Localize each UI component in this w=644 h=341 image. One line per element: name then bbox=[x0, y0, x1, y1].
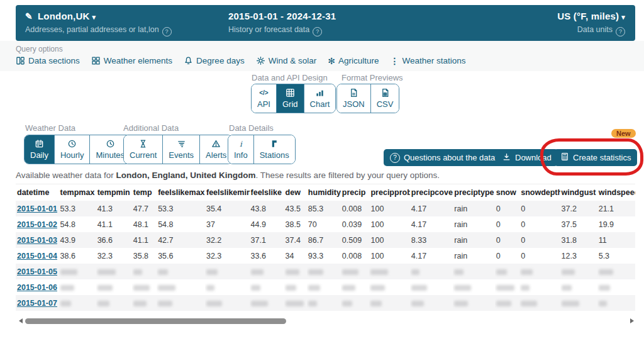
location-block: ✎London,UK▾ Addresses, partial addresses… bbox=[25, 11, 172, 36]
table-row: 2015-01-0343.936.641.142.732.237.137.486… bbox=[16, 232, 635, 248]
column-header-windspeed: windspeed bbox=[597, 184, 635, 201]
query-option-agriculture[interactable]: ✻Agriculture bbox=[328, 56, 379, 65]
cell-value: 35.8 bbox=[132, 248, 157, 264]
cell-value: rain bbox=[453, 248, 494, 264]
calculator-icon bbox=[560, 152, 569, 163]
format-button-group: JSONCSV bbox=[336, 84, 399, 113]
cell-value: 0 bbox=[519, 248, 560, 264]
blurred-value bbox=[521, 269, 533, 275]
column-header-tempmin: tempmin bbox=[96, 184, 132, 201]
cell-value: 0 bbox=[495, 216, 519, 232]
data-details-stations-button[interactable]: Stations bbox=[253, 135, 295, 164]
results-location: London, England, United Kingdom bbox=[116, 170, 256, 180]
column-header-feelslikemax: feelslikemax bbox=[157, 184, 205, 201]
blurred-value bbox=[97, 269, 116, 275]
blurred-value bbox=[286, 301, 304, 306]
sun-icon bbox=[256, 56, 265, 65]
cell-value: 93.3 bbox=[307, 248, 341, 264]
blurred-value bbox=[158, 285, 175, 291]
help-icon[interactable]: ? bbox=[162, 27, 172, 36]
location-label: London,UK bbox=[38, 11, 90, 21]
date-link[interactable]: 2015-01-05 bbox=[17, 267, 57, 276]
blurred-value bbox=[206, 285, 214, 291]
cell-value: 12.3 bbox=[560, 248, 597, 264]
query-option-data-sections[interactable]: Data sections bbox=[16, 56, 80, 65]
cell-value: 4.17 bbox=[410, 248, 453, 264]
blurred-value bbox=[562, 301, 579, 306]
cell-value: 37.4 bbox=[284, 232, 307, 248]
download-icon bbox=[502, 152, 511, 164]
blurred-value bbox=[308, 269, 323, 275]
additional-data-current-button[interactable]: Current bbox=[124, 135, 162, 164]
format-json-button[interactable]: JSON bbox=[337, 84, 370, 113]
caret-down-icon: ▾ bbox=[621, 13, 625, 21]
date-link[interactable]: 2015-01-03 bbox=[17, 236, 57, 245]
cell-value: 0 bbox=[495, 201, 519, 216]
blurred-value bbox=[370, 269, 388, 275]
data-details-info-button[interactable]: iInfo bbox=[228, 135, 253, 164]
column-header-tempmax: tempmax bbox=[59, 184, 96, 201]
query-option-degree-days[interactable]: Degree days bbox=[184, 56, 245, 65]
data-details-button-group: iInfoStations bbox=[228, 135, 296, 164]
date-range-block: 2015-01-01 - 2024-12-31 History or forec… bbox=[228, 11, 336, 36]
weather-data-hourly-button[interactable]: Hourly bbox=[54, 135, 90, 164]
table-row: 2015-01-0153.341.347.753.335.443.843.585… bbox=[16, 201, 635, 216]
location-selector[interactable]: ✎London,UK▾ bbox=[25, 11, 172, 21]
cell-value: 100 bbox=[369, 248, 409, 264]
cell-value: 32.2 bbox=[205, 232, 250, 248]
date-link[interactable]: 2015-01-01 bbox=[17, 204, 57, 213]
query-option-weather-elements[interactable]: Weather elements bbox=[91, 56, 172, 65]
blurred-value bbox=[411, 285, 427, 291]
bell-icon bbox=[184, 56, 193, 65]
column-header-snowdepth: snowdepth bbox=[519, 184, 560, 201]
design-grid-button[interactable]: Grid bbox=[276, 84, 304, 113]
scroll-right-icon[interactable] bbox=[630, 318, 634, 323]
blurred-value bbox=[496, 285, 514, 291]
cell-value: 0 bbox=[495, 232, 519, 248]
column-header-precipcover: precipcover bbox=[410, 184, 453, 201]
blurred-value bbox=[496, 301, 511, 306]
tornado-icon bbox=[177, 139, 186, 148]
help-icon[interactable]: ? bbox=[616, 27, 625, 36]
blurred-value bbox=[411, 301, 424, 306]
data-details-label: Data Details bbox=[229, 123, 274, 133]
clock-icon bbox=[67, 139, 77, 148]
cell-value: 0 bbox=[519, 201, 560, 216]
date-link[interactable]: 2015-01-06 bbox=[17, 283, 57, 292]
table-row: 2015-01-0254.841.148.154.83744.938.5700.… bbox=[16, 216, 635, 232]
cell-value: 21.1 bbox=[597, 201, 635, 216]
questions-button[interactable]: ? Questions about the data? bbox=[384, 149, 506, 166]
column-header-feelslikemin: feelslikemin bbox=[205, 184, 250, 201]
weather-data-daily-button[interactable]: Daily bbox=[25, 135, 54, 164]
dots-vertical-icon: ⋮ bbox=[390, 57, 399, 65]
cell-value: 0.509 bbox=[341, 232, 370, 248]
format-csv-button[interactable]: CSV bbox=[370, 84, 399, 113]
scroll-left-icon[interactable] bbox=[19, 318, 23, 323]
units-selector[interactable]: US (°F, miles)▾ bbox=[557, 11, 625, 21]
blurred-value bbox=[206, 269, 218, 275]
cell-value: 31.8 bbox=[560, 232, 597, 248]
date-range-selector[interactable]: 2015-01-01 - 2024-12-31 bbox=[228, 11, 336, 21]
query-option-wind-solar[interactable]: Wind & solar bbox=[256, 56, 317, 65]
download-button[interactable]: Download bbox=[496, 149, 558, 166]
design-api-button[interactable]: </>API bbox=[252, 84, 276, 113]
cell-value: 38.5 bbox=[284, 216, 307, 232]
blurred-value bbox=[342, 269, 358, 275]
help-icon[interactable]: ? bbox=[313, 27, 322, 36]
caret-down-icon: ▾ bbox=[92, 13, 96, 21]
date-link[interactable]: 2015-01-04 bbox=[17, 252, 57, 260]
calendar-icon bbox=[35, 139, 44, 148]
additional-data-events-button[interactable]: Events bbox=[162, 135, 199, 164]
cell-value: 32.3 bbox=[96, 248, 132, 264]
cell-value: 37.1 bbox=[250, 232, 284, 248]
design-chart-button[interactable]: Chart bbox=[304, 84, 336, 113]
column-header-dew: dew bbox=[284, 184, 307, 201]
date-link[interactable]: 2015-01-02 bbox=[17, 220, 57, 229]
create-statistics-button[interactable]: Create statistics bbox=[554, 149, 637, 166]
query-option-weather-stations[interactable]: ⋮Weather stations bbox=[390, 56, 465, 65]
cell-value: 34 bbox=[284, 248, 307, 264]
date-link[interactable]: 2015-01-07 bbox=[17, 299, 57, 308]
scrollbar-thumb[interactable] bbox=[25, 318, 286, 324]
cell-value: 43.5 bbox=[284, 201, 307, 216]
cell-value: 8.33 bbox=[410, 232, 453, 248]
